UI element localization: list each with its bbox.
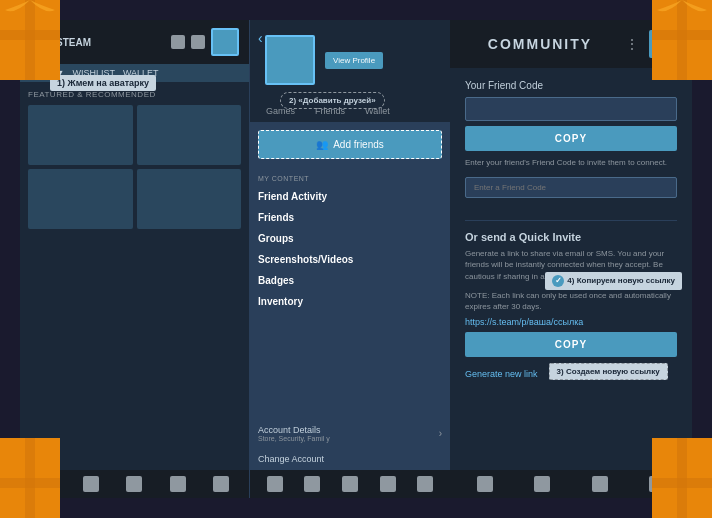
generate-new-link[interactable]: Generate new link bbox=[465, 369, 538, 379]
copy-link-button[interactable]: COPY bbox=[465, 332, 677, 357]
add-friends-icon: 👥 bbox=[316, 139, 328, 150]
add-friends-label: Add friends bbox=[333, 139, 384, 150]
account-details-text-block: Account Details Store, Security, Famil y bbox=[258, 425, 330, 442]
mid-nav-controller[interactable] bbox=[342, 476, 358, 492]
community-menu-icon[interactable]: ⋮ bbox=[625, 36, 639, 52]
svg-rect-11 bbox=[652, 478, 712, 488]
left-panel: STEAM 1) Жмем на аватарку МЕНМ▼ WISHLIST… bbox=[20, 20, 250, 498]
right-nav-list[interactable] bbox=[534, 476, 550, 492]
account-details-sub: Store, Security, Famil y bbox=[258, 435, 330, 442]
middle-panel: ‹ View Profile 2) «Добавить друзей» Game… bbox=[250, 20, 450, 498]
featured-item-1[interactable] bbox=[28, 105, 133, 165]
account-details-label: Account Details bbox=[258, 425, 330, 435]
annotation-2: 2) «Добавить друзей» bbox=[280, 92, 385, 109]
featured-label: FEATURED & RECOMMENDED bbox=[28, 90, 241, 99]
back-arrow[interactable]: ‹ bbox=[258, 30, 263, 46]
change-account[interactable]: Change Account bbox=[250, 448, 450, 470]
right-section-wrapper: COMMUNITY ⋮ Your Friend Code COPY Enter … bbox=[450, 20, 692, 498]
my-content-label: MY CONTENT bbox=[258, 175, 442, 182]
note-text: NOTE: Each link can only be used once an… bbox=[465, 290, 677, 312]
mid-nav-menu[interactable] bbox=[417, 476, 433, 492]
quick-invite-title: Or send a Quick Invite bbox=[465, 231, 677, 243]
search-icon[interactable] bbox=[171, 35, 185, 49]
friend-code-input[interactable] bbox=[465, 97, 677, 121]
invite-description: Enter your friend's Friend Code to invit… bbox=[465, 157, 677, 168]
annotation-3: 3) Создаем новую ссылку bbox=[549, 363, 668, 380]
steam-nav-icons bbox=[171, 28, 239, 56]
featured-item-2[interactable] bbox=[137, 105, 242, 165]
right-nav-bookmark[interactable] bbox=[477, 476, 493, 492]
mid-nav-bookmark[interactable] bbox=[267, 476, 283, 492]
content-item-screenshots[interactable]: Screenshots/Videos bbox=[258, 249, 442, 270]
gift-decoration-bl bbox=[0, 438, 60, 518]
gift-decoration-tr bbox=[652, 0, 712, 80]
check-icon: ✓ bbox=[552, 275, 564, 287]
svg-rect-2 bbox=[0, 30, 60, 40]
add-friends-button[interactable]: 👥 Add friends bbox=[258, 130, 442, 159]
community-content: Your Friend Code COPY Enter your friend'… bbox=[450, 68, 692, 470]
right-nav-controller[interactable] bbox=[592, 476, 608, 492]
content-item-friend-activity[interactable]: Friend Activity bbox=[258, 186, 442, 207]
account-details[interactable]: Account Details Store, Security, Famil y… bbox=[250, 419, 450, 448]
annotation-4: ✓ 4) Копируем новую ссылку bbox=[545, 272, 682, 290]
nav-bell-icon[interactable] bbox=[170, 476, 186, 492]
my-content-section: MY CONTENT Friend Activity Friends Group… bbox=[250, 167, 450, 419]
avatar[interactable] bbox=[211, 28, 239, 56]
content-item-friends[interactable]: Friends bbox=[258, 207, 442, 228]
friend-code-label: Your Friend Code bbox=[465, 80, 677, 91]
account-details-arrow: › bbox=[439, 428, 442, 439]
right-panel: COMMUNITY ⋮ Your Friend Code COPY Enter … bbox=[450, 20, 692, 498]
svg-rect-8 bbox=[0, 478, 60, 488]
left-content: FEATURED & RECOMMENDED bbox=[20, 82, 249, 470]
nav-list-icon[interactable] bbox=[83, 476, 99, 492]
featured-item-4[interactable] bbox=[137, 169, 242, 229]
steam-logo-text: STEAM bbox=[56, 37, 91, 48]
community-title: COMMUNITY bbox=[488, 36, 592, 52]
link-url: https://s.team/p/ваша/ссылка bbox=[465, 317, 677, 327]
content-item-groups[interactable]: Groups bbox=[258, 228, 442, 249]
nav-menu-icon[interactable] bbox=[213, 476, 229, 492]
featured-grid bbox=[28, 105, 241, 229]
gift-decoration-br bbox=[652, 438, 712, 518]
content-item-badges[interactable]: Badges bbox=[258, 270, 442, 291]
profile-avatar-section: View Profile bbox=[250, 20, 450, 100]
menu-dots-icon[interactable] bbox=[191, 35, 205, 49]
middle-bottom-nav bbox=[250, 470, 450, 498]
quick-invite-section: Or send a Quick Invite Generate a link t… bbox=[465, 220, 677, 380]
nav-controller-icon[interactable] bbox=[126, 476, 142, 492]
mid-nav-list[interactable] bbox=[304, 476, 320, 492]
copy-friend-code-button[interactable]: COPY bbox=[465, 126, 677, 151]
main-container: STEAM 1) Жмем на аватарку МЕНМ▼ WISHLIST… bbox=[20, 20, 692, 498]
enter-friend-code-input[interactable] bbox=[465, 177, 677, 198]
content-item-inventory[interactable]: Inventory bbox=[258, 291, 442, 312]
gift-decoration-tl bbox=[0, 0, 60, 80]
profile-avatar-large[interactable] bbox=[265, 35, 315, 85]
mid-nav-bell[interactable] bbox=[380, 476, 396, 492]
tooltip-1: 1) Жмем на аватарку bbox=[50, 75, 156, 91]
featured-item-3[interactable] bbox=[28, 169, 133, 229]
view-profile-button[interactable]: View Profile bbox=[325, 52, 383, 69]
friend-code-section: Your Friend Code COPY Enter your friend'… bbox=[465, 80, 677, 208]
svg-rect-5 bbox=[652, 30, 712, 40]
